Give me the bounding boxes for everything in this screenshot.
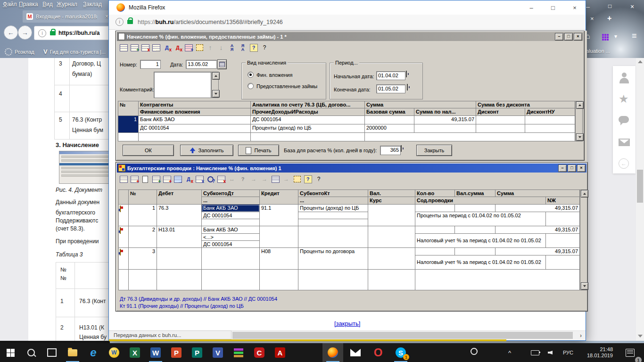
people-tray-icon[interactable] — [464, 343, 483, 362]
cell[interactable]: Банк АКБ ЗАО — [139, 116, 251, 124]
table-scrollbar[interactable] — [580, 189, 587, 290]
url-bar-background[interactable]: i https://buh.ru/a — [34, 26, 113, 40]
frame-icon[interactable] — [195, 43, 204, 52]
radio-fin-vlozheniya[interactable]: Фин. вложения — [248, 72, 292, 78]
hidden-icons-chevron[interactable]: ^ — [503, 343, 517, 362]
copy-row-icon[interactable]: … — [151, 43, 161, 52]
menu-bookmarks[interactable]: Заклад — [83, 1, 102, 8]
calendar-icon[interactable] — [406, 71, 407, 77]
winrar-button[interactable] — [228, 343, 249, 362]
tab-close-icon[interactable]: × — [105, 13, 108, 20]
bookmark-spa-guide[interactable]: V Гид для спа-туриста |... — [43, 48, 106, 55]
content-cell[interactable]: Налоговый учет % за период с 01.04.02 по… — [415, 234, 546, 248]
credit-cell[interactable]: 91.1 — [260, 205, 298, 226]
subconto-dt-cell[interactable]: ДС 0001054 — [202, 241, 260, 248]
row-number-cell[interactable]: 3 — [129, 248, 157, 270]
excel-button[interactable]: X — [124, 343, 145, 362]
cell[interactable]: ДС 0001054 — [139, 124, 251, 133]
skype-button[interactable]: S 1 — [390, 343, 411, 362]
subconto-kt-cell[interactable] — [298, 219, 368, 226]
col-header[interactable]: ПрочиеДоходыИРасходы — [251, 108, 365, 116]
col-header[interactable]: Финансовые вложения — [139, 108, 251, 116]
popup-close-button[interactable]: × — [564, 1, 586, 15]
help-icon[interactable]: ? — [249, 43, 258, 52]
forward-button[interactable]: → — [18, 25, 32, 40]
start-button[interactable] — [0, 343, 21, 362]
webmoney-button[interactable]: W — [104, 343, 124, 362]
cell[interactable] — [129, 270, 157, 290]
edit-list-icon[interactable]: x — [195, 174, 204, 184]
column-width-icon[interactable]: ↔ — [227, 174, 237, 184]
subconto-kt-cell[interactable] — [298, 212, 368, 219]
firefox-taskbar-button[interactable] — [322, 343, 343, 362]
fill-button[interactable]: Заполнить — [180, 145, 233, 156]
go-next-icon[interactable]: → — [281, 174, 291, 184]
new-row-icon[interactable] — [119, 174, 128, 184]
task-view-button[interactable] — [41, 343, 62, 362]
col-header[interactable]: Сумма — [495, 189, 580, 197]
close-button[interactable]: Закрыть — [416, 145, 452, 156]
action-center-button[interactable]: 1 — [620, 343, 639, 362]
col-header[interactable]: Дебет — [157, 189, 202, 205]
lightbox-close-link[interactable]: [закрыть] — [334, 320, 360, 327]
pages-icon[interactable] — [271, 174, 280, 184]
hamburger-menu-icon[interactable]: ≡ — [632, 31, 637, 41]
cell[interactable] — [157, 270, 202, 290]
dt-account-icon[interactable]: Дx — [184, 174, 193, 184]
help-icon[interactable]: ? — [303, 174, 313, 184]
cell[interactable]: 2000000 — [365, 124, 414, 133]
col-header[interactable]: Базовая сумма — [365, 108, 414, 116]
bookmark-rozklad[interactable]: Розклад — [5, 48, 34, 56]
menu-view[interactable]: Вид — [42, 1, 53, 8]
col-header[interactable]: Кредит — [260, 189, 298, 205]
col-header[interactable]: Вал. — [368, 189, 415, 197]
col-header[interactable]: Курс — [368, 197, 415, 205]
bg-restore-icon[interactable]: □ — [608, 3, 611, 9]
cell[interactable] — [368, 270, 415, 290]
profile-icon[interactable] — [619, 73, 630, 84]
comment-textarea[interactable] — [154, 72, 211, 98]
collapse-arrow-icon[interactable]: ← — [619, 158, 630, 170]
cell[interactable] — [260, 270, 298, 290]
opera-button[interactable]: O — [368, 343, 388, 362]
qty-cell[interactable] — [415, 205, 455, 212]
ok-button[interactable]: ОК — [123, 145, 174, 156]
cell[interactable] — [476, 124, 525, 133]
delete-row-icon[interactable]: x — [140, 43, 150, 52]
debit-cell[interactable]: 76.3 — [157, 205, 202, 226]
bookmark-fragment[interactable]: aluation ... — [586, 48, 610, 54]
menu-edit[interactable]: Правка — [19, 1, 38, 8]
pocket-grid-icon[interactable] — [602, 34, 609, 41]
cell[interactable]: ДС 0001054 — [251, 116, 365, 124]
subconto-dt-cell[interactable] — [202, 248, 260, 270]
bg-close-icon[interactable]: × — [630, 3, 634, 10]
file-explorer-button[interactable] — [62, 343, 83, 362]
nj-cell[interactable] — [546, 234, 580, 248]
menu-file[interactable]: Файл — [3, 1, 17, 8]
col-header[interactable]: Аналитика по счету 76.3 (ЦБ, догово... — [251, 101, 365, 108]
move-row-icon[interactable]: + — [184, 43, 193, 52]
powerpoint-button[interactable]: P — [166, 343, 187, 362]
subconto-dt-cell[interactable]: <...> — [202, 234, 260, 241]
mail-app-button[interactable] — [345, 343, 366, 362]
cell[interactable]: Проценты (доход) по ЦБ — [251, 124, 365, 133]
cell[interactable] — [298, 270, 368, 290]
subconto-dt-cell[interactable]: Банк АКБ ЗАО — [202, 226, 260, 234]
col-header[interactable]: Контрагенты — [139, 101, 251, 108]
accrual-dialog-titlebar[interactable]: Начисление % (фин. вложения, предоставле… — [117, 32, 583, 41]
article-figure-thumbnail[interactable] — [59, 151, 112, 184]
col-header[interactable]: Кол-во — [415, 189, 455, 197]
publisher-button[interactable]: P — [187, 343, 207, 362]
cell[interactable] — [415, 270, 580, 290]
row-number-cell[interactable]: 1 — [118, 116, 139, 133]
dialog-close-button[interactable]: × — [577, 165, 586, 172]
subconto-dt-cell[interactable] — [202, 219, 260, 226]
subconto-kt-cell[interactable] — [298, 226, 368, 248]
debit-cell[interactable]: Н13.01 — [157, 226, 202, 248]
col-header[interactable]: № — [129, 189, 157, 205]
col-header[interactable]: Сумма — [365, 101, 476, 108]
popup-url-bar[interactable]: i https://buh.ru/articles/documents/1356… — [109, 15, 586, 30]
dialog-minimize-button[interactable]: – — [558, 165, 567, 172]
cell[interactable]: 49,315.07 — [414, 116, 476, 124]
dialog-maximize-button[interactable]: □ — [564, 33, 573, 41]
